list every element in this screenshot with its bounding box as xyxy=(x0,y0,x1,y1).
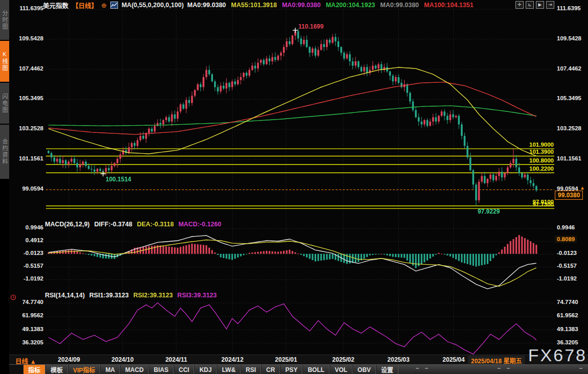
toolbar-button-模板[interactable]: 模板 xyxy=(45,365,68,374)
macd-axis-right-2: -0.0123 xyxy=(557,250,577,256)
level-label-100.8000: 100.8000 xyxy=(511,157,554,163)
level-label-97.7300: 97.7300 xyxy=(511,201,554,207)
month-label-2025/01: 2025/01 xyxy=(275,356,297,363)
rsi2-value: RSI2:39.3123 xyxy=(133,292,173,299)
macd-axis-left-3: -0.5157 xyxy=(8,263,43,269)
month-label-2025/03: 2025/03 xyxy=(387,356,409,363)
main-axis-left-6: 99.0594 xyxy=(8,185,43,192)
month-label-2024/09: 2024/09 xyxy=(58,356,80,363)
rsi-axis-right-3: 36.3205 xyxy=(557,339,578,345)
toolbar-button-MACD[interactable]: MACD xyxy=(120,365,149,374)
toolbar-dashes xyxy=(398,365,587,374)
main-axis-left-1: 109.5428 xyxy=(8,35,43,41)
macd-dea-value: DEA:-0.3118 xyxy=(137,221,174,228)
macd-axis-left-0: 0.9946 xyxy=(8,224,43,230)
level-label-101.9000: 101.9000 xyxy=(511,142,554,148)
play-forward-icon[interactable]: ▶ xyxy=(536,1,544,9)
toolbar-button-KDJ[interactable]: KDJ xyxy=(194,365,217,374)
ma-value-0: MA0:99.0380 xyxy=(187,2,226,9)
toolbar-button-PSY[interactable]: PSY xyxy=(280,365,302,374)
shift-right-icon[interactable]: ⇥ xyxy=(546,1,554,9)
toolbar-spacer xyxy=(9,365,23,374)
symbol-name: 美元指数 xyxy=(43,1,68,10)
rsi-axis-right-1: 61.9562 xyxy=(557,312,578,318)
main-axis-right-1: 109.5428 xyxy=(557,35,581,41)
main-axis-left-0: 111.6395 xyxy=(8,5,43,11)
toolbar-button-VIP指标[interactable]: VIP指标 xyxy=(68,365,100,374)
toolbar-button-BIAS[interactable]: BIAS xyxy=(149,365,174,374)
annotation-97.9229: 97.9229 xyxy=(478,208,500,215)
macd-axis-left-4: -1.0192 xyxy=(8,275,43,282)
month-label-2025/04: 2025/04 xyxy=(442,356,464,363)
month-label-2024/10: 2024/10 xyxy=(111,356,133,363)
top-right-tools: ✛⊾▶⇥ xyxy=(515,1,554,9)
rsi-axis-left-2: 49.1383 xyxy=(8,326,43,332)
toolbar-button-BOLL[interactable]: BOLL xyxy=(302,365,330,374)
main-axis-right-5: 101.1561 xyxy=(557,155,581,161)
main-axis-right-4: 103.2528 xyxy=(557,125,581,131)
main-axis-right-0: 111.6395 xyxy=(557,5,581,11)
macd-axis-right-4: -1.0192 xyxy=(557,275,577,282)
sidebar-item-3[interactable]: 合约资料 xyxy=(0,125,9,179)
month-label-2024/12: 2024/12 xyxy=(221,356,243,363)
ma-settings: MA(0,55,0,200,0,100) xyxy=(122,2,184,9)
main-axis-left-4: 103.2528 xyxy=(8,125,43,131)
sidebar-item-0[interactable]: 分时图 xyxy=(0,0,9,40)
chart-header: 美元指数【日线】⊕ MA(0,55,0,200,0,100) MA0:99.03… xyxy=(43,1,474,10)
toolbar-button-设置[interactable]: 设置 xyxy=(376,365,398,374)
line-chart-icon[interactable] xyxy=(110,2,118,9)
sidebar-item-2[interactable]: 闪电图 xyxy=(0,83,9,124)
chart-canvas[interactable] xyxy=(0,0,588,374)
ma-values: MA0:99.0380MA55:101.3918MA0:99.0380MA200… xyxy=(187,2,474,9)
ma-value-2: MA0:99.0380 xyxy=(282,2,321,9)
ma-value-3: MA200:104.1923 xyxy=(326,2,375,9)
macd-title: MACD(26,12,9) xyxy=(45,221,90,228)
price-up-arrow-icon[interactable]: ▲ xyxy=(580,185,585,191)
toolbar-button-RSI[interactable]: RSI xyxy=(241,365,261,374)
toolbar-button-VOL[interactable]: VOL xyxy=(330,365,352,374)
main-axis-right-3: 105.3495 xyxy=(557,95,581,101)
main-axis-left-3: 105.3495 xyxy=(8,95,43,101)
macd-axis-right-0: 0.9946 xyxy=(557,224,575,230)
ma-value-4: MA0:99.0380 xyxy=(380,2,419,9)
level-label-101.3900: 101.3900 xyxy=(511,149,554,155)
rsi1-value: RSI1:39.3123 xyxy=(89,292,129,299)
fx678-watermark: FX678 xyxy=(528,345,587,365)
x-axis-strip: 日线 ▲ 2025/04/18 星期五 2024/092024/102024/1… xyxy=(9,355,588,365)
toolbar-button-指标[interactable]: 指标 xyxy=(23,365,45,374)
macd-axis-left-1: 0.4912 xyxy=(8,237,43,243)
rsi-axis-right-0: 74.7740 xyxy=(557,299,578,305)
macd-axis-left-2: -0.0123 xyxy=(8,250,43,256)
main-axis-left-2: 107.4462 xyxy=(8,65,43,72)
macd-macd-value: MACD:-0.1260 xyxy=(178,221,221,228)
macd-header: MACD(26,12,9) DIFF:-0.3748 DEA:-0.3118 M… xyxy=(45,221,221,228)
alarm-clock-icon[interactable] xyxy=(10,293,16,302)
macd-axis-right-3: -0.5157 xyxy=(557,263,577,269)
toolbar-button-OBV[interactable]: OBV xyxy=(352,365,376,374)
toolbar-button-CCI[interactable]: CCI xyxy=(174,365,195,374)
rsi3-value: RSI3:39.3123 xyxy=(177,292,217,299)
toolbar-button-MA[interactable]: MA xyxy=(100,365,120,374)
period-label[interactable]: 【日线】 xyxy=(72,1,98,10)
ma-value-1: MA55:101.3918 xyxy=(231,2,277,9)
add-indicator-icon[interactable]: ⊕ xyxy=(101,2,107,9)
rsi-axis-left-3: 36.3205 xyxy=(8,339,43,345)
annotation-110.1699: 110.1699 xyxy=(298,23,323,30)
annotation-100.1514: 100.1514 xyxy=(106,176,131,183)
sidebar: 分时图K线图闪电图合约资料 xyxy=(0,0,9,374)
ma-value-5: MA100:104.1351 xyxy=(424,2,474,9)
bottom-toolbar: 指标模板VIP指标MAMACDBIASCCIKDJLW&RSICRPSYBOLL… xyxy=(9,364,588,374)
sidebar-item-1[interactable]: K线图 xyxy=(0,41,9,82)
level-label-100.2200: 100.2200 xyxy=(511,166,554,172)
main-axis-right-2: 107.4462 xyxy=(557,65,581,72)
rsi-axis-left-1: 61.9562 xyxy=(8,312,43,318)
axis-scale-icon[interactable]: ⊾ xyxy=(526,1,534,9)
pan-tool-icon[interactable]: ✛ xyxy=(515,1,524,9)
toolbar-button-LW&[interactable]: LW& xyxy=(217,365,241,374)
month-label-2025/02: 2025/02 xyxy=(332,356,354,363)
toolbar-button-CR[interactable]: CR xyxy=(261,365,280,374)
rsi-axis-right-2: 49.1383 xyxy=(557,326,578,332)
main-axis-left-5: 101.1561 xyxy=(8,155,43,161)
month-label-2024/11: 2024/11 xyxy=(166,356,187,363)
macd-diff-value: DIFF:-0.3748 xyxy=(95,221,132,228)
